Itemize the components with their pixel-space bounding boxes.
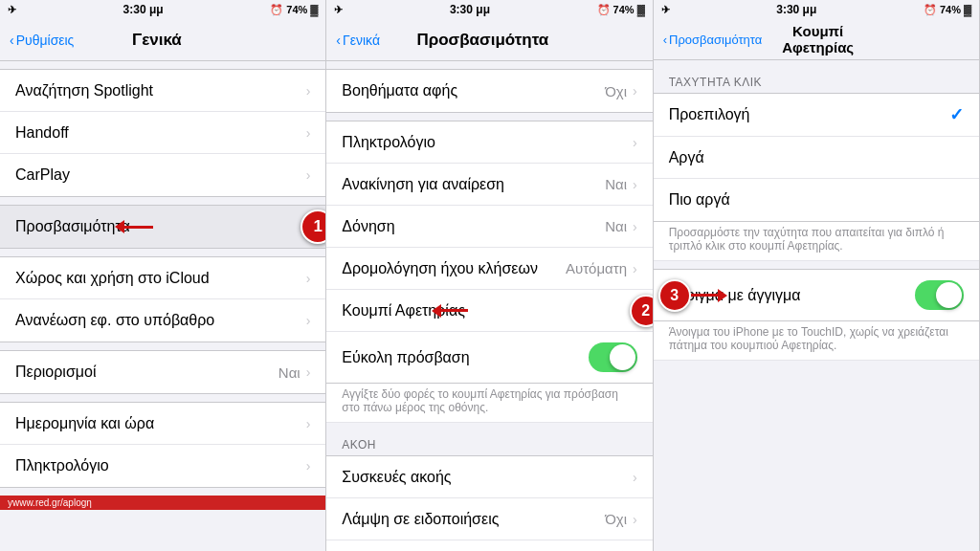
- item-value-vibration: Ναι: [605, 218, 627, 234]
- settings-group-restrictions: Περιορισμοί Ναι ›: [0, 350, 325, 394]
- easy-access-description: Αγγίξτε δύο φορές το κουμπί Αφετηρίας γι…: [326, 384, 652, 423]
- panel1: ✈ 3:30 μμ ⏰ 74% ▓ ‹ Ρυθμίσεις Γενικά Ανα…: [0, 0, 326, 551]
- item-label-spotlight: Αναζήτηση Spotlight: [15, 82, 306, 99]
- settings-group-accessibility: Προσβασιμότητα › 1: [0, 205, 325, 249]
- list-item-mono-audio[interactable]: Μονοφωνικός ήχος: [326, 540, 652, 551]
- chevron-call-routing: ›: [633, 261, 637, 276]
- list-item-hearing-devices[interactable]: Συσκευές ακοής ›: [326, 456, 652, 498]
- toggle-knob-touch-open: [936, 282, 962, 308]
- back-chevron-3: ‹: [663, 33, 667, 47]
- back-chevron-1: ‹: [10, 33, 14, 48]
- item-label-restrictions: Περιορισμοί: [15, 364, 278, 381]
- settings-list-1: Αναζήτηση Spotlight › Handoff › CarPlay …: [0, 61, 325, 551]
- list-item-default-speed[interactable]: Προεπιλογή ✓: [654, 94, 979, 137]
- list-item-handoff[interactable]: Handoff ›: [0, 112, 325, 154]
- nav-back-2[interactable]: ‹ Γενικά: [336, 33, 380, 48]
- item-label-refresh: Ανανέωση εφ. στο υπόβαθρο: [15, 312, 306, 329]
- item-label-touch-aid: Βοηθήματα αφής: [342, 82, 605, 99]
- chevron-home-button: ›: [633, 303, 637, 319]
- list-item-datetime[interactable]: Ημερομηνία και ώρα ›: [0, 403, 325, 445]
- nav-back-1[interactable]: ‹ Ρυθμίσεις: [10, 33, 74, 48]
- section-akoi-label: ΑΚΟΗ: [326, 430, 652, 455]
- toggle-easy-access[interactable]: [589, 342, 637, 372]
- settings-group-general-1: Αναζήτηση Spotlight › Handoff › CarPlay …: [0, 69, 325, 197]
- settings-list-2: Βοηθήματα αφής Όχι › Πληκτρολόγιο › Ανακ…: [326, 61, 652, 551]
- status-right-2: ⏰ 74% ▓: [597, 4, 645, 16]
- item-label-keyboard: Πληκτρολόγιο: [15, 457, 306, 474]
- list-item-refresh[interactable]: Ανανέωση εφ. στο υπόβαθρο ›: [0, 299, 325, 342]
- settings-group-touch-open: Άνοιγμα με άγγιγμα 3: [654, 269, 979, 321]
- chevron-vibration: ›: [633, 219, 637, 234]
- alarm-icon-2: ⏰: [597, 4, 611, 16]
- back-label-3: Προσβασιμότητα: [669, 33, 762, 47]
- chevron-refresh: ›: [306, 313, 311, 328]
- toggle-touch-open[interactable]: [915, 280, 964, 310]
- status-bar-1: ✈ 3:30 μμ ⏰ 74% ▓: [0, 0, 325, 19]
- list-item-slow-speed[interactable]: Αργά: [654, 137, 979, 179]
- list-item-keyboard-2[interactable]: Πληκτρολόγιο ›: [326, 121, 652, 164]
- item-label-default-speed: Προεπιλογή: [669, 106, 949, 123]
- checkmark-default: ✓: [949, 104, 964, 125]
- watermark-1: ywww.red.gr/aplogη: [0, 496, 325, 510]
- nav-bar-3: ‹ Προσβασιμότητα Κουμπί Αφετηρίας: [654, 19, 979, 60]
- status-left-3: ✈: [661, 4, 670, 16]
- chevron-restrictions: ›: [306, 364, 311, 380]
- item-label-keyboard-2: Πληκτρολόγιο: [342, 134, 633, 151]
- item-label-carplay: CarPlay: [15, 166, 306, 184]
- list-item-touch-open[interactable]: Άνοιγμα με άγγιγμα 3: [654, 270, 979, 320]
- chevron-carplay: ›: [306, 167, 311, 183]
- item-label-datetime: Ημερομηνία και ώρα: [15, 415, 306, 432]
- list-item-carplay[interactable]: CarPlay ›: [0, 154, 325, 196]
- item-label-shake: Ανακίνηση για αναίρεση: [342, 176, 605, 193]
- list-item-vibration[interactable]: Δόνηση Ναι ›: [326, 206, 652, 248]
- toggle-knob-easy-access: [610, 344, 635, 370]
- list-item-home-button[interactable]: Κουμπί Αφετηρίας › 2: [326, 290, 652, 332]
- item-label-hearing-devices: Συσκευές ακοής: [342, 469, 633, 486]
- list-item-accessibility[interactable]: Προσβασιμότητα › 1: [0, 206, 325, 248]
- list-item-spotlight[interactable]: Αναζήτηση Spotlight ›: [0, 70, 325, 112]
- list-item-restrictions[interactable]: Περιορισμοί Ναι ›: [0, 351, 325, 393]
- chevron-spotlight: ›: [306, 83, 311, 99]
- item-label-easy-access: Εύκολη πρόσβαση: [342, 349, 588, 366]
- chevron-touch-aid: ›: [633, 83, 637, 99]
- item-label-home-button: Κουμπί Αφετηρίας: [342, 302, 633, 320]
- list-item-keyboard[interactable]: Πληκτρολόγιο ›: [0, 445, 325, 487]
- touch-open-description: Άνοιγμα του iPhone με το TouchID, χωρίς …: [654, 321, 979, 361]
- list-item-led-flash[interactable]: Λάμψη σε ειδοποιήσεις Όχι ›: [326, 498, 652, 540]
- status-right-1: ⏰ 74% ▓: [270, 4, 318, 16]
- panel3: ✈ 3:30 μμ ⏰ 74% ▓ ‹ Προσβασιμότητα Κουμπ…: [654, 0, 980, 551]
- item-label-call-routing: Δρομολόγηση ήχου κλήσεων: [342, 260, 566, 277]
- item-label-vibration: Δόνηση: [342, 218, 605, 235]
- back-chevron-2: ‹: [336, 33, 341, 48]
- battery-pct-1: 74%: [286, 4, 307, 15]
- back-label-2: Γενικά: [343, 33, 380, 48]
- chevron-handoff: ›: [306, 125, 311, 141]
- status-time-1: 3:30 μμ: [123, 3, 164, 16]
- alarm-icon-1: ⏰: [270, 4, 283, 16]
- list-item-call-routing[interactable]: Δρομολόγηση ήχου κλήσεων Αυτόματη ›: [326, 248, 652, 290]
- item-value-call-routing: Αυτόματη: [566, 260, 627, 276]
- list-item-easy-access[interactable]: Εύκολη πρόσβαση: [326, 332, 652, 383]
- item-value-restrictions: Ναι: [278, 364, 301, 381]
- list-item-slower-speed[interactable]: Πιο αργά: [654, 179, 979, 221]
- item-label-icloud: Χώρος και χρήση στο iCloud: [15, 270, 306, 287]
- settings-group-datetime: Ημερομηνία και ώρα › Πληκτρολόγιο ›: [0, 402, 325, 488]
- panel2: ✈ 3:30 μμ ⏰ 74% ▓ ‹ Γενικά Προσβασιμότητ…: [326, 0, 653, 551]
- nav-title-3: Κουμπί Αφετηρίας: [762, 23, 874, 55]
- status-bar-3: ✈ 3:30 μμ ⏰ 74% ▓: [654, 0, 979, 19]
- section-speed-label: ΤΑΧΥΤΗΤΑ ΚΛΙΚ: [654, 68, 979, 93]
- list-item-shake[interactable]: Ανακίνηση για αναίρεση Ναι ›: [326, 164, 652, 206]
- airplane-icon-2: ✈: [334, 4, 343, 16]
- list-item-touch-aid[interactable]: Βοηθήματα αφής Όχι ›: [326, 70, 652, 112]
- item-label-slow-speed: Αργά: [669, 149, 964, 166]
- item-value-touch-aid: Όχι: [605, 83, 627, 99]
- settings-group-akoi: Συσκευές ακοής › Λάμψη σε ειδοποιήσεις Ό…: [326, 455, 652, 551]
- nav-back-3[interactable]: ‹ Προσβασιμότητα: [663, 33, 763, 47]
- item-label-led-flash: Λάμψη σε ειδοποιήσεις: [342, 511, 605, 528]
- speed-description: Προσαρμόστε την ταχύτητα που απαιτείται …: [654, 222, 979, 261]
- item-label-handoff: Handoff: [15, 124, 306, 142]
- chevron-icloud: ›: [306, 271, 311, 286]
- settings-group-mid: Πληκτρολόγιο › Ανακίνηση για αναίρεση Να…: [326, 121, 652, 384]
- list-item-icloud[interactable]: Χώρος και χρήση στο iCloud ›: [0, 257, 325, 299]
- chevron-shake: ›: [633, 177, 637, 192]
